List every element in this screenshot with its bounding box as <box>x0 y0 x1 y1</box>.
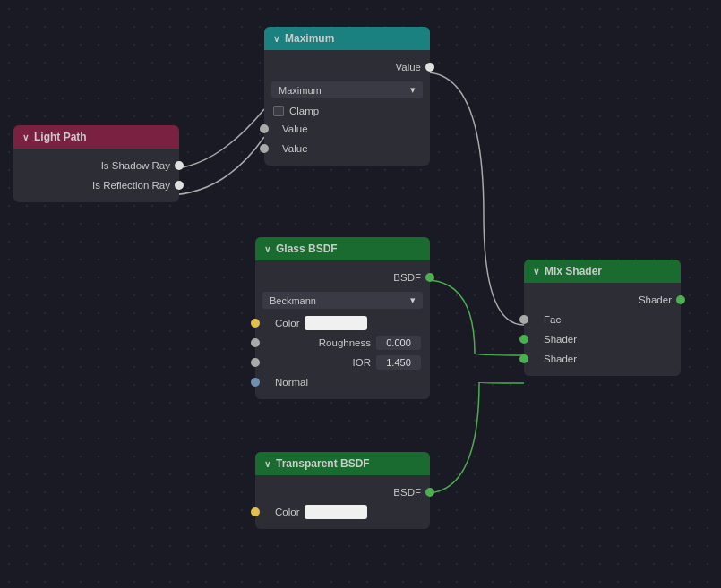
light-path-shadow-label: Is Shadow Ray <box>101 160 170 171</box>
maximum-output-socket[interactable] <box>425 63 434 72</box>
maximum-dropdown[interactable]: Maximum ▾ <box>271 81 423 98</box>
mix-shader-shader1-label: Shader <box>544 334 577 345</box>
glass-bsdf-chevron[interactable]: ∨ <box>264 244 270 254</box>
mix-shader-output-row: Shader <box>524 290 681 310</box>
glass-bsdf-color-swatch[interactable] <box>305 316 367 330</box>
mix-shader-shader2-row: Shader <box>524 349 681 369</box>
light-path-chevron[interactable]: ∨ <box>22 132 29 142</box>
glass-bsdf-node: ∨ Glass BSDF BSDF Beckmann ▾ Color Rough… <box>255 237 430 399</box>
glass-bsdf-output-row: BSDF <box>255 268 430 287</box>
maximum-input-socket2[interactable] <box>260 144 269 153</box>
glass-bsdf-roughness-label: Roughness <box>319 337 371 348</box>
maximum-dropdown-label: Maximum <box>279 85 322 96</box>
light-path-shadow-row: Is Shadow Ray <box>13 156 179 175</box>
maximum-output-label: Value <box>395 62 421 72</box>
glass-bsdf-color-socket[interactable] <box>251 319 260 328</box>
glass-bsdf-roughness-row: Roughness 0.000 <box>255 333 430 353</box>
mix-shader-shader2-label: Shader <box>544 354 577 364</box>
mix-shader-output-label: Shader <box>639 294 672 305</box>
transparent-bsdf-color-row: Color <box>255 502 430 522</box>
transparent-bsdf-output-label: BSDF <box>393 487 421 498</box>
light-path-reflection-label: Is Reflection Ray <box>92 180 170 191</box>
glass-bsdf-ior-value[interactable]: 1.450 <box>376 355 421 370</box>
maximum-chevron[interactable]: ∨ <box>273 34 279 44</box>
light-path-node: ∨ Light Path Is Shadow Ray Is Reflection… <box>13 125 179 202</box>
glass-bsdf-output-socket[interactable] <box>425 273 434 282</box>
light-path-shadow-socket[interactable] <box>175 161 184 170</box>
mix-shader-fac-label: Fac <box>544 314 561 325</box>
maximum-clamp-row: Clamp <box>264 103 430 119</box>
maximum-title: Maximum <box>285 32 334 45</box>
mix-shader-output-socket[interactable] <box>676 295 685 304</box>
maximum-body: Value Maximum ▾ Clamp Value Value <box>264 50 430 166</box>
mix-shader-shader1-socket[interactable] <box>519 335 528 344</box>
light-path-header: ∨ Light Path <box>13 125 179 149</box>
transparent-bsdf-color-socket[interactable] <box>251 507 260 516</box>
glass-bsdf-title: Glass BSDF <box>276 243 338 255</box>
mix-shader-title: Mix Shader <box>545 265 602 277</box>
light-path-body: Is Shadow Ray Is Reflection Ray <box>13 149 179 202</box>
glass-bsdf-header: ∨ Glass BSDF <box>255 237 430 260</box>
glass-bsdf-dropdown-row: Beckmann ▾ <box>255 287 430 313</box>
mix-shader-chevron[interactable]: ∨ <box>533 267 539 277</box>
glass-bsdf-color-label: Color <box>275 318 299 328</box>
maximum-input-value2: Value <box>264 139 430 158</box>
maximum-clamp-checkbox[interactable] <box>273 106 284 116</box>
transparent-bsdf-body: BSDF Color <box>255 475 430 529</box>
maximum-input-label2: Value <box>282 143 308 154</box>
maximum-dropdown-row: Maximum ▾ <box>264 77 430 103</box>
maximum-input-socket1[interactable] <box>260 124 269 133</box>
glass-bsdf-ior-row: IOR 1.450 <box>255 353 430 372</box>
glass-bsdf-body: BSDF Beckmann ▾ Color Roughness 0.000 IO… <box>255 260 430 399</box>
glass-bsdf-roughness-socket[interactable] <box>251 338 260 347</box>
maximum-node: ∨ Maximum Value Maximum ▾ Clamp Value <box>264 27 430 166</box>
glass-bsdf-color-row: Color <box>255 313 430 333</box>
light-path-reflection-row: Is Reflection Ray <box>13 175 179 195</box>
maximum-output-value: Value <box>264 57 430 77</box>
glass-bsdf-output-label: BSDF <box>393 272 421 283</box>
transparent-bsdf-output-row: BSDF <box>255 482 430 502</box>
maximum-clamp-label: Clamp <box>289 106 319 116</box>
glass-bsdf-roughness-value[interactable]: 0.000 <box>376 336 421 350</box>
transparent-bsdf-output-socket[interactable] <box>425 488 434 497</box>
maximum-input-label1: Value <box>282 124 308 134</box>
glass-bsdf-normal-row: Normal <box>255 372 430 392</box>
transparent-bsdf-chevron[interactable]: ∨ <box>264 459 270 469</box>
mix-shader-node: ∨ Mix Shader Shader Fac Shader Shader <box>524 260 681 376</box>
maximum-dropdown-arrow: ▾ <box>410 84 416 96</box>
mix-shader-shader1-row: Shader <box>524 329 681 349</box>
mix-shader-header: ∨ Mix Shader <box>524 260 681 283</box>
light-path-title: Light Path <box>34 131 87 143</box>
glass-bsdf-normal-socket[interactable] <box>251 378 260 387</box>
glass-bsdf-dropdown-arrow: ▾ <box>410 294 416 306</box>
transparent-bsdf-title: Transparent BSDF <box>276 457 370 470</box>
glass-bsdf-normal-label: Normal <box>275 377 308 388</box>
glass-bsdf-ior-label: IOR <box>353 357 371 368</box>
glass-bsdf-dropdown-label: Beckmann <box>270 295 316 306</box>
mix-shader-fac-socket[interactable] <box>519 315 528 324</box>
glass-bsdf-ior-socket[interactable] <box>251 358 260 367</box>
mix-shader-fac-row: Fac <box>524 310 681 329</box>
transparent-bsdf-header: ∨ Transparent BSDF <box>255 452 430 475</box>
maximum-input-value1: Value <box>264 119 430 139</box>
transparent-bsdf-color-label: Color <box>275 507 299 517</box>
transparent-bsdf-color-swatch[interactable] <box>305 505 367 519</box>
transparent-bsdf-node: ∨ Transparent BSDF BSDF Color <box>255 452 430 529</box>
mix-shader-shader2-socket[interactable] <box>519 354 528 363</box>
glass-bsdf-dropdown[interactable]: Beckmann ▾ <box>262 292 423 309</box>
light-path-reflection-socket[interactable] <box>175 181 184 190</box>
maximum-header: ∨ Maximum <box>264 27 430 50</box>
mix-shader-body: Shader Fac Shader Shader <box>524 283 681 376</box>
